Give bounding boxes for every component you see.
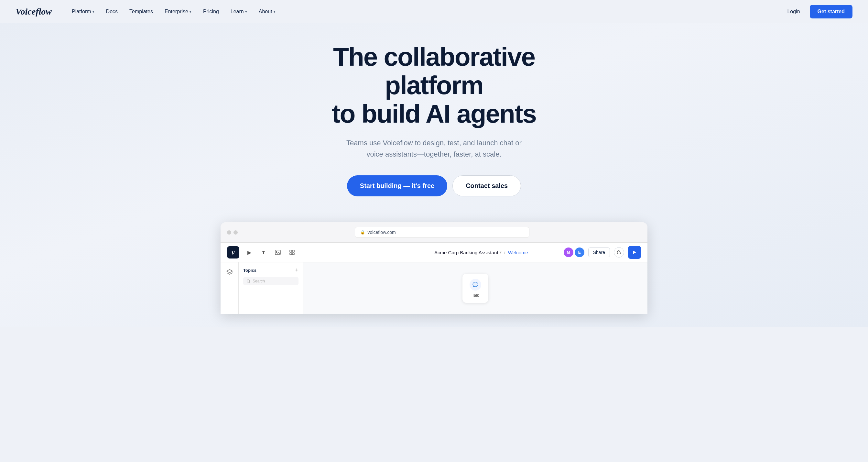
- browser-mockup: 🔒 voiceflow.com v ▶ T: [221, 222, 647, 314]
- nav-item-enterprise[interactable]: Enterprise ▾: [160, 6, 196, 17]
- nav-item-learn[interactable]: Learn ▾: [226, 6, 252, 17]
- breadcrumb-separator: /: [504, 250, 505, 255]
- app-sidebar-icons: [221, 263, 239, 314]
- avatar-e: E: [575, 247, 584, 257]
- nav-item-about[interactable]: About ▾: [254, 6, 280, 17]
- app-breadcrumb: Acme Corp Banking Assistant ▾ / Welcome: [404, 250, 558, 255]
- nav-item-docs[interactable]: Docs: [101, 6, 122, 17]
- panel-header: Topics +: [243, 267, 299, 274]
- app-topbar-right: M E Share: [564, 246, 641, 259]
- play-button[interactable]: [628, 246, 641, 259]
- panel-search[interactable]: Search: [243, 277, 299, 285]
- nav-actions: Login Get started: [783, 5, 852, 19]
- chevron-down-icon: ▾: [245, 10, 247, 14]
- app-topbar: v ▶ T Acme Corp Bankin: [221, 243, 647, 263]
- chevron-down-icon: ▾: [274, 10, 276, 14]
- breadcrumb-page[interactable]: Welcome: [508, 250, 528, 255]
- toolbar-text-icon[interactable]: T: [259, 247, 269, 257]
- app-toolbar: ▶ T: [245, 247, 399, 257]
- chevron-down-icon: ▾: [92, 10, 94, 14]
- avatars-stack: M E: [564, 247, 584, 257]
- nav-item-templates[interactable]: Templates: [125, 6, 157, 17]
- avatar-m: M: [564, 247, 574, 257]
- toolbar-component-icon[interactable]: [287, 247, 297, 257]
- app-logo: v: [227, 246, 239, 258]
- hero-subtitle: Teams use Voiceflow to design, test, and…: [343, 137, 525, 160]
- url-text: voiceflow.com: [368, 230, 396, 235]
- panel-search-placeholder: Search: [253, 279, 265, 283]
- svg-rect-3: [292, 250, 294, 252]
- login-button[interactable]: Login: [783, 6, 804, 17]
- chevron-down-icon: ▾: [500, 250, 502, 255]
- browser-dot-yellow: [234, 230, 238, 235]
- hero-ctas: Start building — it's free Contact sales: [8, 175, 860, 196]
- svg-rect-0: [275, 250, 280, 255]
- get-started-button[interactable]: Get started: [810, 5, 852, 19]
- browser-dot-red: [227, 230, 231, 235]
- share-button[interactable]: Share: [588, 247, 610, 257]
- nav-item-platform[interactable]: Platform ▾: [67, 6, 99, 17]
- app-content: v ▶ T Acme Corp Bankin: [221, 243, 647, 314]
- canvas-node-label: Talk: [472, 293, 478, 298]
- browser-url-bar[interactable]: 🔒 voiceflow.com: [355, 227, 529, 238]
- browser-dots: [227, 230, 238, 235]
- svg-rect-5: [292, 253, 294, 255]
- canvas-node-talk[interactable]: Talk: [462, 274, 488, 303]
- panel-title: Topics: [243, 268, 256, 273]
- toolbar-image-icon[interactable]: [273, 247, 283, 257]
- sidebar-layers-icon[interactable]: [224, 266, 236, 278]
- contact-sales-button[interactable]: Contact sales: [453, 175, 521, 196]
- talk-node-icon: [470, 279, 481, 290]
- browser-chrome: 🔒 voiceflow.com: [221, 222, 647, 243]
- navbar: Voiceflow Platform ▾ Docs Templates Ente…: [0, 0, 868, 23]
- nav-links: Platform ▾ Docs Templates Enterprise ▾ P…: [67, 6, 783, 17]
- app-canvas[interactable]: Talk: [303, 263, 647, 314]
- hero-section: The collaborative platform to build AI a…: [0, 23, 868, 327]
- start-building-button[interactable]: Start building — it's free: [347, 175, 447, 196]
- panel-add-button[interactable]: +: [295, 267, 299, 274]
- svg-rect-2: [290, 250, 292, 252]
- nav-item-pricing[interactable]: Pricing: [198, 6, 223, 17]
- breadcrumb-project[interactable]: Acme Corp Banking Assistant ▾: [434, 250, 502, 255]
- hero-title: The collaborative platform to build AI a…: [288, 43, 580, 128]
- nav-logo[interactable]: Voiceflow: [16, 6, 52, 17]
- lock-icon: 🔒: [360, 230, 365, 235]
- svg-rect-4: [290, 253, 292, 255]
- chevron-down-icon: ▾: [189, 10, 191, 14]
- svg-point-6: [247, 280, 250, 282]
- app-body: Topics + Search: [221, 263, 647, 314]
- browser-mockup-container: 🔒 voiceflow.com v ▶ T: [208, 222, 660, 314]
- app-panel: Topics + Search: [239, 263, 303, 314]
- refresh-button[interactable]: [614, 247, 624, 257]
- svg-point-1: [276, 251, 277, 252]
- toolbar-cursor-icon[interactable]: ▶: [245, 247, 254, 257]
